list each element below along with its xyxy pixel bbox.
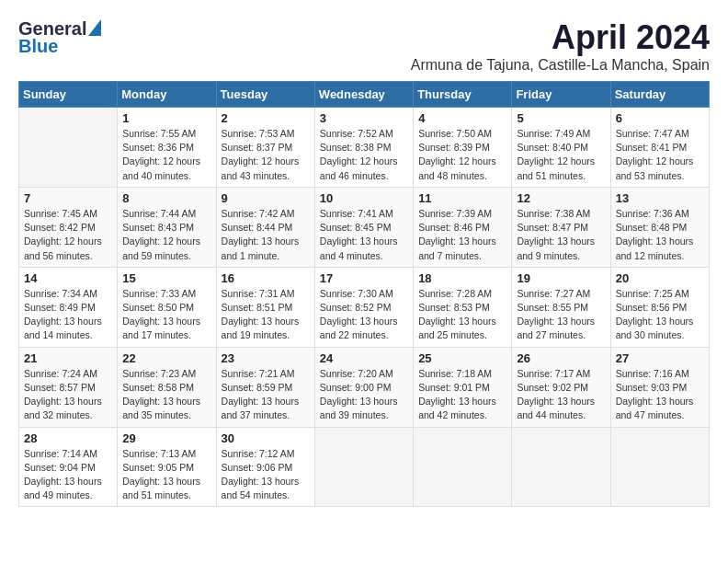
calendar-week-row: 1Sunrise: 7:55 AMSunset: 8:36 PMDaylight… — [19, 108, 710, 188]
day-number: 9 — [222, 191, 310, 205]
day-info: Sunrise: 7:45 AMSunset: 8:42 PMDaylight:… — [24, 207, 112, 263]
weekday-header: Thursday — [414, 82, 512, 108]
calendar-cell: 15Sunrise: 7:33 AMSunset: 8:50 PMDayligh… — [118, 267, 216, 347]
title-area: April 2024 Armuna de Tajuna, Castille-La… — [411, 18, 710, 74]
weekday-header: Monday — [118, 82, 216, 108]
calendar-cell: 23Sunrise: 7:21 AMSunset: 8:59 PMDayligh… — [216, 347, 314, 427]
calendar-cell: 21Sunrise: 7:24 AMSunset: 8:57 PMDayligh… — [19, 347, 118, 427]
calendar-cell: 9Sunrise: 7:42 AMSunset: 8:44 PMDaylight… — [216, 187, 314, 267]
logo: General Blue — [18, 18, 101, 57]
weekday-header: Saturday — [610, 82, 709, 108]
calendar-cell: 14Sunrise: 7:34 AMSunset: 8:49 PMDayligh… — [19, 267, 118, 347]
page-header: General Blue April 2024 Armuna de Tajuna… — [18, 18, 710, 74]
day-info: Sunrise: 7:14 AMSunset: 9:04 PMDaylight:… — [24, 447, 112, 503]
day-number: 14 — [24, 271, 112, 285]
day-number: 5 — [517, 111, 605, 125]
day-number: 1 — [122, 111, 210, 125]
day-number: 12 — [517, 191, 605, 205]
day-number: 23 — [222, 351, 310, 365]
calendar-cell: 24Sunrise: 7:20 AMSunset: 9:00 PMDayligh… — [314, 347, 413, 427]
day-info: Sunrise: 7:30 AMSunset: 8:52 PMDaylight:… — [320, 287, 408, 343]
calendar-cell: 12Sunrise: 7:38 AMSunset: 8:47 PMDayligh… — [512, 187, 610, 267]
calendar-cell: 4Sunrise: 7:50 AMSunset: 8:39 PMDaylight… — [414, 108, 512, 188]
weekday-header-row: SundayMondayTuesdayWednesdayThursdayFrid… — [19, 82, 710, 108]
calendar-cell: 11Sunrise: 7:39 AMSunset: 8:46 PMDayligh… — [414, 187, 512, 267]
calendar-cell: 5Sunrise: 7:49 AMSunset: 8:40 PMDaylight… — [512, 108, 610, 188]
day-number: 6 — [616, 111, 704, 125]
weekday-header: Wednesday — [314, 82, 413, 108]
day-info: Sunrise: 7:34 AMSunset: 8:49 PMDaylight:… — [24, 287, 112, 343]
logo-blue: Blue — [18, 36, 58, 57]
svg-marker-0 — [88, 19, 101, 36]
day-number: 3 — [320, 111, 408, 125]
calendar-cell — [414, 427, 512, 507]
day-number: 18 — [418, 271, 506, 285]
calendar-week-row: 14Sunrise: 7:34 AMSunset: 8:49 PMDayligh… — [19, 267, 710, 347]
day-number: 13 — [616, 191, 704, 205]
calendar-cell: 10Sunrise: 7:41 AMSunset: 8:45 PMDayligh… — [314, 187, 413, 267]
day-info: Sunrise: 7:31 AMSunset: 8:51 PMDaylight:… — [222, 287, 310, 343]
day-number: 30 — [222, 431, 310, 445]
calendar-cell: 6Sunrise: 7:47 AMSunset: 8:41 PMDaylight… — [610, 108, 709, 188]
calendar-cell — [610, 427, 709, 507]
day-info: Sunrise: 7:39 AMSunset: 8:46 PMDaylight:… — [418, 207, 506, 263]
day-info: Sunrise: 7:12 AMSunset: 9:06 PMDaylight:… — [222, 447, 310, 503]
month-title: April 2024 — [411, 18, 710, 57]
day-info: Sunrise: 7:16 AMSunset: 9:03 PMDaylight:… — [616, 367, 704, 423]
day-number: 27 — [616, 351, 704, 365]
day-info: Sunrise: 7:50 AMSunset: 8:39 PMDaylight:… — [418, 127, 506, 183]
day-info: Sunrise: 7:13 AMSunset: 9:05 PMDaylight:… — [122, 447, 210, 503]
day-info: Sunrise: 7:52 AMSunset: 8:38 PMDaylight:… — [320, 127, 408, 183]
calendar-cell: 18Sunrise: 7:28 AMSunset: 8:53 PMDayligh… — [414, 267, 512, 347]
day-number: 8 — [122, 191, 210, 205]
day-number: 20 — [616, 271, 704, 285]
day-number: 15 — [122, 271, 210, 285]
day-info: Sunrise: 7:55 AMSunset: 8:36 PMDaylight:… — [122, 127, 210, 183]
day-info: Sunrise: 7:18 AMSunset: 9:01 PMDaylight:… — [418, 367, 506, 423]
day-number: 10 — [320, 191, 408, 205]
day-number: 25 — [418, 351, 506, 365]
calendar-cell: 7Sunrise: 7:45 AMSunset: 8:42 PMDaylight… — [19, 187, 118, 267]
day-info: Sunrise: 7:25 AMSunset: 8:56 PMDaylight:… — [616, 287, 704, 343]
day-info: Sunrise: 7:20 AMSunset: 9:00 PMDaylight:… — [320, 367, 408, 423]
calendar-cell: 27Sunrise: 7:16 AMSunset: 9:03 PMDayligh… — [610, 347, 709, 427]
location-subtitle: Armuna de Tajuna, Castille-La Mancha, Sp… — [411, 57, 710, 74]
calendar-cell: 1Sunrise: 7:55 AMSunset: 8:36 PMDaylight… — [118, 108, 216, 188]
day-number: 16 — [222, 271, 310, 285]
calendar-cell: 29Sunrise: 7:13 AMSunset: 9:05 PMDayligh… — [118, 427, 216, 507]
calendar-cell: 2Sunrise: 7:53 AMSunset: 8:37 PMDaylight… — [216, 108, 314, 188]
calendar-cell — [314, 427, 413, 507]
day-number: 7 — [24, 191, 112, 205]
day-number: 19 — [517, 271, 605, 285]
day-info: Sunrise: 7:23 AMSunset: 8:58 PMDaylight:… — [122, 367, 210, 423]
day-info: Sunrise: 7:24 AMSunset: 8:57 PMDaylight:… — [24, 367, 112, 423]
day-number: 4 — [418, 111, 506, 125]
day-info: Sunrise: 7:33 AMSunset: 8:50 PMDaylight:… — [122, 287, 210, 343]
calendar-cell: 17Sunrise: 7:30 AMSunset: 8:52 PMDayligh… — [314, 267, 413, 347]
day-info: Sunrise: 7:38 AMSunset: 8:47 PMDaylight:… — [517, 207, 605, 263]
day-number: 24 — [320, 351, 408, 365]
day-info: Sunrise: 7:17 AMSunset: 9:02 PMDaylight:… — [517, 367, 605, 423]
day-number: 22 — [122, 351, 210, 365]
day-info: Sunrise: 7:53 AMSunset: 8:37 PMDaylight:… — [222, 127, 310, 183]
day-number: 2 — [222, 111, 310, 125]
calendar-cell: 30Sunrise: 7:12 AMSunset: 9:06 PMDayligh… — [216, 427, 314, 507]
day-number: 28 — [24, 431, 112, 445]
day-info: Sunrise: 7:27 AMSunset: 8:55 PMDaylight:… — [517, 287, 605, 343]
day-number: 21 — [24, 351, 112, 365]
calendar-cell — [512, 427, 610, 507]
calendar-cell: 3Sunrise: 7:52 AMSunset: 8:38 PMDaylight… — [314, 108, 413, 188]
day-info: Sunrise: 7:42 AMSunset: 8:44 PMDaylight:… — [222, 207, 310, 263]
calendar-week-row: 28Sunrise: 7:14 AMSunset: 9:04 PMDayligh… — [19, 427, 710, 507]
calendar-table: SundayMondayTuesdayWednesdayThursdayFrid… — [18, 81, 710, 507]
day-number: 11 — [418, 191, 506, 205]
day-info: Sunrise: 7:49 AMSunset: 8:40 PMDaylight:… — [517, 127, 605, 183]
day-number: 17 — [320, 271, 408, 285]
calendar-cell — [19, 108, 118, 188]
day-info: Sunrise: 7:41 AMSunset: 8:45 PMDaylight:… — [320, 207, 408, 263]
day-number: 26 — [517, 351, 605, 365]
day-info: Sunrise: 7:21 AMSunset: 8:59 PMDaylight:… — [222, 367, 310, 423]
day-number: 29 — [122, 431, 210, 445]
calendar-cell: 13Sunrise: 7:36 AMSunset: 8:48 PMDayligh… — [610, 187, 709, 267]
calendar-cell: 22Sunrise: 7:23 AMSunset: 8:58 PMDayligh… — [118, 347, 216, 427]
